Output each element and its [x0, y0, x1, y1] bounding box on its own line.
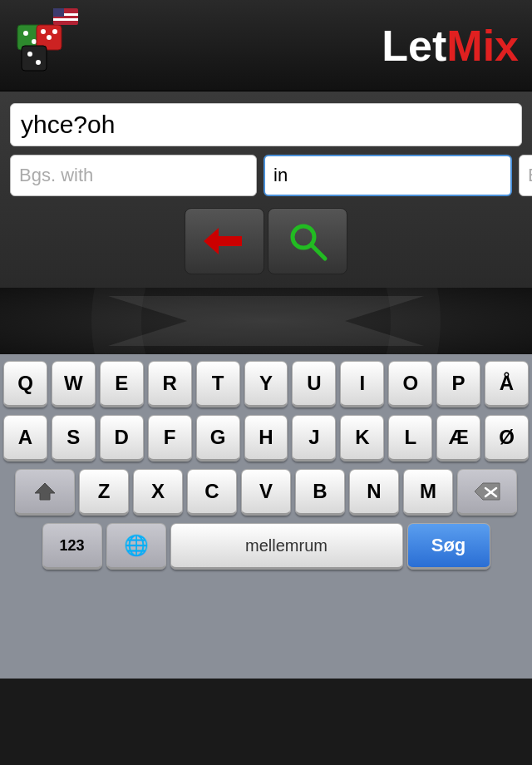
svg-point-2 [32, 39, 37, 44]
key-u[interactable]: U [292, 361, 336, 407]
key-f[interactable]: F [148, 415, 192, 461]
svg-point-9 [36, 60, 41, 65]
key-b[interactable]: B [295, 469, 345, 516]
key-o[interactable]: O [388, 361, 432, 407]
svg-point-1 [23, 31, 28, 36]
key-c[interactable]: C [187, 469, 237, 516]
key-q[interactable]: Q [3, 361, 47, 407]
svg-marker-19 [35, 483, 55, 500]
svg-point-6 [47, 35, 52, 40]
keyboard: Q W E R T Y U I O P Å A S D F G H J K L … [0, 354, 532, 679]
middle-filter-input[interactable] [264, 155, 512, 196]
app-title: LetMix [382, 21, 519, 71]
svg-rect-13 [53, 8, 64, 17]
keyboard-row-2: A S D F G H J K L Æ Ø [3, 415, 529, 461]
action-buttons-row [10, 208, 522, 274]
globe-key[interactable]: 🌐 [106, 523, 166, 570]
key-k[interactable]: K [340, 415, 384, 461]
num-key[interactable]: 123 [42, 523, 102, 570]
svg-line-16 [312, 245, 325, 259]
key-l[interactable]: L [388, 415, 432, 461]
key-s[interactable]: S [52, 415, 96, 461]
title-red-part: Mix [446, 22, 519, 70]
search-area [0, 91, 532, 288]
svg-rect-12 [53, 18, 78, 21]
key-e[interactable]: E [100, 361, 144, 407]
svg-point-5 [52, 29, 57, 34]
shift-key[interactable] [15, 469, 75, 516]
back-button[interactable] [185, 208, 264, 274]
search-button[interactable] [268, 208, 347, 274]
begins-with-input[interactable] [10, 155, 257, 196]
dark-background-area [0, 288, 532, 354]
key-r[interactable]: R [148, 361, 192, 407]
app-header: LetMix [0, 0, 532, 91]
title-white-part: Let [382, 22, 446, 70]
key-w[interactable]: W [52, 361, 96, 407]
key-g[interactable]: G [196, 415, 240, 461]
ends-with-input[interactable] [519, 155, 532, 196]
filter-row [10, 155, 522, 196]
svg-marker-14 [204, 228, 242, 254]
delete-key[interactable] [457, 469, 517, 516]
key-z[interactable]: Z [79, 469, 129, 516]
key-y[interactable]: Y [244, 361, 288, 407]
key-p[interactable]: P [436, 361, 480, 407]
app-logo [13, 8, 88, 83]
keyboard-bottom-row: 123 🌐 mellemrum Søg [3, 523, 529, 570]
key-aa[interactable]: Å [485, 361, 529, 407]
key-ae[interactable]: Æ [436, 415, 480, 461]
key-n[interactable]: N [349, 469, 399, 516]
svg-point-8 [27, 52, 32, 57]
key-a[interactable]: A [3, 415, 47, 461]
key-v[interactable]: V [241, 469, 291, 516]
main-search-input[interactable] [10, 103, 522, 146]
svg-point-4 [41, 29, 46, 34]
key-d[interactable]: D [100, 415, 144, 461]
keyboard-row-1: Q W E R T Y U I O P Å [3, 361, 529, 407]
svg-rect-7 [22, 46, 47, 71]
space-key[interactable]: mellemrum [170, 523, 403, 570]
søg-key[interactable]: Søg [407, 523, 490, 570]
key-oe[interactable]: Ø [485, 415, 529, 461]
key-x[interactable]: X [133, 469, 183, 516]
keyboard-row-3: Z X C V B N M [3, 469, 529, 516]
key-m[interactable]: M [403, 469, 453, 516]
key-t[interactable]: T [196, 361, 240, 407]
key-h[interactable]: H [244, 415, 288, 461]
key-i[interactable]: I [340, 361, 384, 407]
key-j[interactable]: J [292, 415, 336, 461]
